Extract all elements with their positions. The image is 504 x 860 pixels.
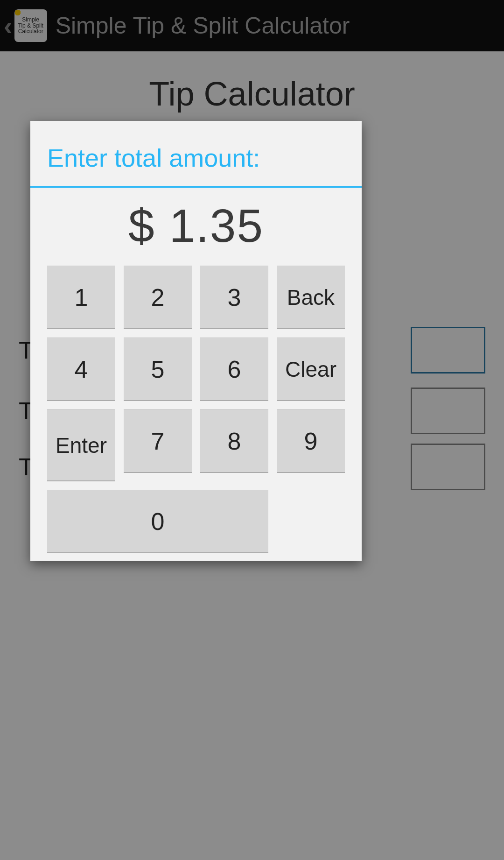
key-5[interactable]: 5 xyxy=(124,338,192,401)
key-7[interactable]: 7 xyxy=(124,409,192,473)
key-clear[interactable]: Clear xyxy=(277,338,345,401)
key-4[interactable]: 4 xyxy=(47,338,115,401)
keypad: 1 2 3 Back 4 5 6 Clear 7 8 9 Enter 0 xyxy=(30,266,362,553)
enter-amount-dialog: Enter total amount: $ 1.35 1 2 3 Back 4 … xyxy=(30,121,362,561)
amount-display: $ 1.35 xyxy=(30,188,362,266)
key-1[interactable]: 1 xyxy=(47,266,115,329)
key-9[interactable]: 9 xyxy=(277,409,345,473)
key-6[interactable]: 6 xyxy=(200,338,268,401)
key-back[interactable]: Back xyxy=(277,266,345,329)
key-0[interactable]: 0 xyxy=(47,490,268,553)
dialog-title: Enter total amount: xyxy=(30,121,362,186)
key-2[interactable]: 2 xyxy=(124,266,192,329)
key-8[interactable]: 8 xyxy=(200,409,268,473)
key-enter[interactable]: Enter xyxy=(47,409,115,481)
key-3[interactable]: 3 xyxy=(200,266,268,329)
